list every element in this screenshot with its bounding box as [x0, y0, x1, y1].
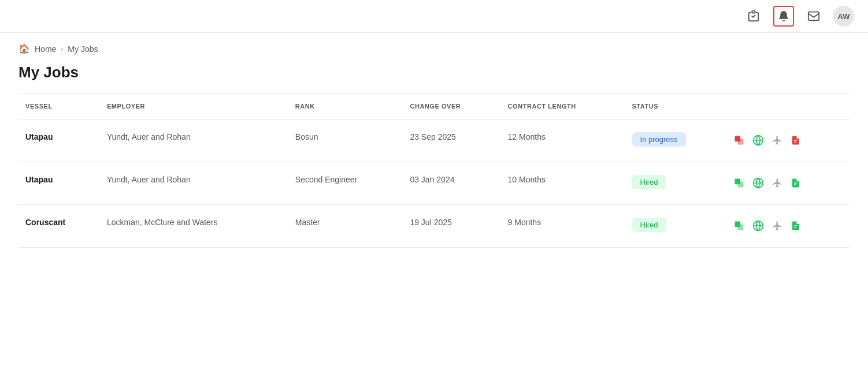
svg-rect-3	[735, 136, 741, 142]
cell-vessel: Utapau	[18, 120, 100, 162]
table-row: Utapau Yundt, Auer and Rohan Second Engi…	[18, 162, 850, 205]
table-row: Coruscant Lockman, McClure and Waters Ma…	[18, 205, 850, 248]
cell-vessel: Coruscant	[18, 205, 100, 248]
document-icon[interactable]	[791, 221, 801, 234]
globe-icon[interactable]	[752, 220, 764, 234]
svg-rect-9	[735, 179, 741, 185]
globe-icon[interactable]	[752, 135, 764, 149]
avatar[interactable]: AW	[833, 6, 854, 27]
checklist-icon[interactable]	[743, 6, 764, 27]
breadcrumb-separator: ›	[61, 45, 63, 53]
copy-icon[interactable]	[734, 221, 744, 234]
cell-contract-length: 12 Months	[501, 120, 625, 162]
cell-changeover: 23 Sep 2025	[403, 120, 500, 162]
cell-rank: Master	[288, 205, 403, 248]
page-title: My Jobs	[0, 58, 868, 93]
cell-actions	[727, 120, 850, 162]
svg-rect-0	[752, 11, 755, 13]
bell-icon[interactable]	[773, 6, 794, 27]
cell-contract-length: 9 Months	[501, 205, 625, 248]
jobs-table: VESSEL EMPLOYER RANK CHANGE OVER CONTRAC…	[18, 93, 850, 248]
action-icons	[734, 175, 843, 192]
breadcrumb-home[interactable]: Home	[35, 44, 56, 54]
breadcrumb: 🏠 Home › My Jobs	[0, 33, 868, 58]
topbar: AW	[0, 0, 868, 33]
home-icon: 🏠	[18, 43, 30, 54]
status-badge: Hired	[632, 175, 666, 189]
svg-rect-15	[735, 222, 741, 227]
plane-icon[interactable]	[772, 135, 782, 148]
col-employer: EMPLOYER	[100, 94, 288, 120]
table-row: Utapau Yundt, Auer and Rohan Bosun 23 Se…	[18, 120, 850, 162]
col-changeover: CHANGE OVER	[403, 94, 500, 120]
action-icons	[734, 132, 843, 149]
cell-status: Hired	[625, 162, 728, 205]
svg-rect-1	[808, 12, 819, 21]
breadcrumb-current: My Jobs	[68, 44, 98, 54]
document-icon[interactable]	[791, 135, 801, 148]
cell-employer: Lockman, McClure and Waters	[100, 205, 288, 248]
cell-changeover: 19 Jul 2025	[403, 205, 500, 248]
col-status: STATUS	[625, 94, 728, 120]
table-header-row: VESSEL EMPLOYER RANK CHANGE OVER CONTRAC…	[18, 94, 850, 120]
plane-icon[interactable]	[772, 221, 782, 234]
cell-actions	[727, 162, 850, 205]
col-vessel: VESSEL	[18, 94, 100, 120]
mail-icon[interactable]	[803, 6, 824, 27]
copy-icon[interactable]	[734, 178, 744, 191]
status-badge: In progress	[632, 132, 686, 147]
cell-changeover: 03 Jan 2024	[403, 162, 500, 205]
cell-status: Hired	[625, 205, 728, 248]
cell-employer: Yundt, Auer and Rohan	[100, 120, 288, 162]
cell-contract-length: 10 Months	[501, 162, 625, 205]
document-icon[interactable]	[791, 178, 801, 191]
copy-icon[interactable]	[734, 135, 744, 148]
plane-icon[interactable]	[772, 178, 782, 191]
col-contract-length: CONTRACT LENGTH	[501, 94, 625, 120]
status-badge: Hired	[632, 218, 666, 232]
globe-icon[interactable]	[752, 177, 764, 192]
jobs-table-container: VESSEL EMPLOYER RANK CHANGE OVER CONTRAC…	[0, 93, 868, 248]
cell-rank: Second Engineer	[288, 162, 403, 205]
cell-actions	[727, 205, 850, 248]
col-rank: RANK	[288, 94, 403, 120]
cell-employer: Yundt, Auer and Rohan	[100, 162, 288, 205]
cell-vessel: Utapau	[18, 162, 100, 205]
action-icons	[734, 218, 843, 234]
cell-status: In progress	[625, 120, 728, 162]
cell-rank: Bosun	[288, 120, 403, 162]
col-actions	[727, 94, 850, 120]
